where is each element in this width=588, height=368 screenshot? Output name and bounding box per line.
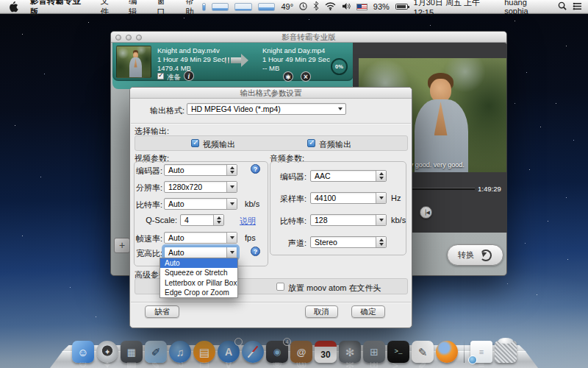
progress-badge: 0% — [331, 58, 348, 75]
finder-icon: ☺ — [77, 347, 88, 358]
dropdown-option[interactable]: Edge Crop or Zoom — [160, 288, 237, 297]
dock-icon-firefox[interactable] — [436, 341, 458, 363]
samplerate-unit: Hz — [391, 194, 401, 202]
dock-icon-finder[interactable]: ☺☺ — [72, 341, 94, 363]
help-icon[interactable]: ? — [251, 247, 260, 256]
dock-icon-launchpad[interactable]: ✦✦ — [96, 341, 118, 363]
dock-icon-calendar[interactable]: 3030 — [315, 341, 337, 363]
istat-graph-meter-3[interactable] — [258, 3, 276, 11]
audio-output-checkbox[interactable] — [307, 139, 315, 147]
ready-checkbox[interactable]: ✓ — [157, 73, 164, 79]
apple-icon[interactable] — [9, 1, 18, 13]
dock-icon-parallels[interactable]: ⊞⊞ — [363, 341, 385, 363]
format-value: HD MPEG4 Video (*.mp4) — [191, 105, 281, 113]
source-thumbnail — [116, 46, 151, 78]
dock-icon-xcode[interactable]: ✐✐ — [145, 341, 167, 363]
menu-item[interactable]: 窗口 — [157, 0, 174, 18]
dock-reflection — [242, 362, 264, 368]
chevron-down-icon[interactable] — [376, 215, 386, 225]
ok-button[interactable]: 确定 — [351, 305, 385, 318]
remove-task-icon[interactable]: × — [301, 71, 311, 82]
video-output-label: 视频输出 — [203, 139, 235, 150]
audio-bitrate-label: 比特率: — [274, 216, 306, 227]
audio-bitrate-combo[interactable]: 128 — [310, 214, 387, 226]
istat-graph-meter-2[interactable] — [234, 3, 252, 11]
audio-encoder-select[interactable]: AAC — [310, 170, 387, 182]
dock-icon-mission-control[interactable]: ▦▦ — [121, 341, 143, 363]
stepper-icon[interactable] — [376, 237, 386, 247]
dock-icon-facetime[interactable]: ◉4◉ — [266, 341, 288, 363]
minimize-traffic-light[interactable] — [126, 35, 132, 40]
stepper-icon[interactable] — [226, 165, 237, 175]
video-encoder-select[interactable]: Auto — [164, 164, 237, 176]
dock-icon-contacts[interactable]: @@ — [290, 341, 312, 363]
chevron-down-icon[interactable] — [226, 199, 237, 209]
info-icon[interactable]: i — [184, 71, 194, 81]
channels-select[interactable]: Stereo — [310, 236, 387, 248]
bluetooth-icon[interactable] — [313, 1, 319, 12]
dock-icon-itunes[interactable]: ♫♫ — [169, 341, 191, 363]
menubar-username[interactable]: huang sophia — [504, 0, 552, 15]
format-select[interactable]: HD MPEG4 Video (*.mp4) — [187, 103, 346, 115]
settings-gear-icon[interactable]: ✱ — [283, 71, 293, 82]
zoom-traffic-light[interactable] — [136, 35, 142, 40]
chevron-down-icon[interactable] — [226, 182, 237, 192]
wifi-icon[interactable] — [325, 2, 336, 12]
video-bitrate-unit: kb/s — [245, 199, 259, 208]
menubar-clock[interactable]: 1月30日 周五 上午12:15 — [414, 0, 499, 17]
menu-item[interactable]: 帮助 — [185, 0, 202, 18]
istat-graph-meter-1[interactable] — [212, 3, 229, 11]
volume-icon[interactable] — [342, 2, 351, 12]
video-output-checkbox[interactable] — [191, 139, 199, 147]
dock-icon-terminal[interactable]: >_>_ — [387, 341, 409, 363]
dock-icon-app-store[interactable]: A A — [218, 341, 240, 363]
chevron-down-icon[interactable] — [226, 233, 237, 243]
video-bitrate-combo[interactable]: Auto — [164, 198, 237, 210]
dock-icon-stack[interactable]: ≡≡ — [470, 341, 492, 363]
cancel-button[interactable]: 取消 — [305, 305, 338, 318]
default-button[interactable]: 缺省 — [145, 305, 179, 318]
menubar-app-name[interactable]: 影音转霸专业版 — [30, 0, 88, 18]
qscale-help-link[interactable]: 说明 — [240, 216, 256, 227]
chevron-down-icon[interactable] — [376, 193, 386, 203]
resolution-combo[interactable]: 1280x720 — [164, 181, 237, 193]
input-language-flag-icon[interactable] — [356, 4, 368, 10]
menu-item[interactable]: 编辑 — [129, 0, 146, 18]
moov-atom-checkbox[interactable] — [276, 283, 284, 291]
dock-icon-trash[interactable] — [495, 341, 517, 363]
task-row[interactable]: Knight and Day.m4v 1 Hour 49 Min 29 Sec … — [112, 43, 354, 81]
samplerate-combo[interactable]: 44100 — [310, 192, 387, 204]
help-icon[interactable]: ? — [251, 164, 260, 174]
battery-icon[interactable] — [395, 4, 408, 10]
istat-bar-meter[interactable] — [202, 3, 206, 11]
dock-icon-ibooks[interactable]: ▤▤ — [193, 341, 215, 363]
spotlight-icon[interactable] — [558, 1, 567, 12]
aspect-combo[interactable]: Auto — [164, 247, 237, 258]
close-traffic-light[interactable] — [115, 35, 121, 40]
convert-button[interactable]: 转换 — [447, 244, 503, 266]
dropdown-option[interactable]: Letterbox or Pillar Box — [160, 278, 237, 288]
prev-button[interactable]: ▕◀ — [420, 206, 432, 219]
temperature-status[interactable]: 49° — [281, 2, 293, 11]
stepper-icon[interactable] — [376, 171, 386, 181]
notification-center-icon[interactable] — [573, 2, 582, 12]
dock-icon-safari[interactable] — [242, 341, 264, 363]
add-file-button[interactable]: + — [114, 238, 130, 253]
launchpad-icon: ✦ — [104, 348, 110, 356]
audio-encoder-value: AAC — [315, 171, 331, 180]
audio-encoder-label: 编码器: — [274, 171, 306, 183]
chevron-down-icon[interactable] — [226, 247, 237, 258]
dropdown-option[interactable]: Auto — [160, 258, 237, 268]
stepper-icon[interactable] — [213, 215, 223, 225]
framerate-combo[interactable]: Auto — [164, 232, 237, 244]
qscale-stepper[interactable]: 4 — [180, 214, 224, 226]
time-machine-icon[interactable] — [299, 2, 307, 12]
ready-label: 准备 — [167, 73, 181, 82]
dock-reflection: ☺ — [72, 362, 94, 368]
window-titlebar[interactable]: 影音转霸专业版 — [111, 32, 506, 43]
dock-icon-textedit[interactable]: ✎✎ — [412, 341, 434, 363]
dock-icon-system-preferences[interactable]: ✻✻ — [339, 341, 361, 363]
menu-item[interactable]: 文件 — [100, 0, 117, 18]
window-title: 影音转霸专业版 — [111, 32, 506, 43]
dropdown-option[interactable]: Squeeze or Stretch — [160, 268, 237, 277]
